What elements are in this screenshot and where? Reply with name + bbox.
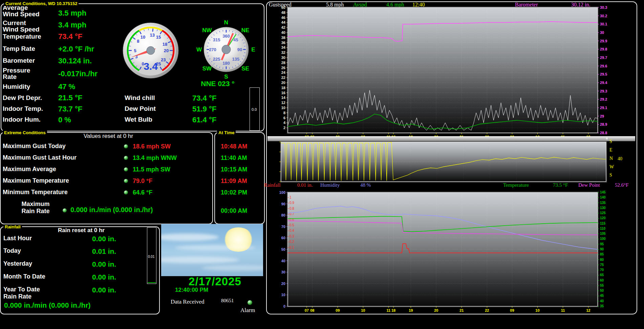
svg-text:10: 10: [361, 308, 365, 312]
extreme-row-value: 64.6 °F: [133, 189, 152, 196]
svg-text:50: 50: [281, 247, 285, 251]
svg-text:80: 80: [600, 258, 604, 262]
svg-text:11: 11: [561, 308, 565, 312]
chart-separator-scrollbar[interactable]: [267, 136, 635, 141]
svg-text:0.1: 0.1: [289, 246, 294, 249]
extreme-row-led-icon: [124, 156, 128, 160]
svg-text:10: 10: [281, 106, 285, 110]
cc-secondary-value: 51.9 °F: [192, 105, 216, 114]
cc-secondary-label: Wind chill: [125, 95, 155, 101]
svg-text:19: 19: [409, 308, 413, 312]
footer-readout-label: Temperature: [503, 182, 529, 188]
svg-text:13: 13: [150, 33, 155, 38]
cc-secondary-label: Dew Point: [125, 105, 156, 112]
at-time-value: 11:09 AM: [221, 178, 247, 185]
footer-readout-value: 0.01 in.: [297, 182, 313, 188]
rainfall-row-label: Yesterday: [3, 261, 32, 267]
footer-readout-value: 48 %: [360, 182, 371, 188]
svg-text:110: 110: [600, 227, 606, 230]
svg-text:21: 21: [459, 308, 464, 312]
svg-text:65: 65: [600, 273, 604, 277]
svg-text:60: 60: [281, 236, 285, 240]
cc-row-label: Current Wind Speed: [3, 20, 104, 33]
extreme-row-led-icon: [124, 144, 128, 148]
svg-text:55: 55: [600, 284, 604, 287]
svg-text:0.5: 0.5: [289, 223, 294, 227]
svg-text:20: 20: [164, 48, 169, 53]
svg-text:6: 6: [283, 116, 285, 120]
svg-text:09: 09: [510, 308, 514, 312]
svg-text:60: 60: [600, 279, 604, 282]
rain-reset-header: Rain reset at 0 hr: [37, 227, 125, 234]
svg-text:29.1: 29.1: [600, 106, 607, 110]
svg-text:30.3: 30.3: [600, 5, 607, 9]
svg-text:95: 95: [600, 242, 604, 246]
svg-text:0: 0: [283, 304, 285, 308]
svg-text:SE: SE: [241, 65, 249, 72]
weather-display-app: Current Conditions, WD 10.375152 0358101…: [0, 0, 644, 329]
max-rain-rate-label: Maximum Rain Rate: [10, 201, 61, 215]
footer-readout-label: Dew Point: [578, 182, 600, 188]
at-time-value: 10:15 AM: [221, 166, 247, 173]
cc-secondary-value: 73.4 °F: [192, 94, 216, 103]
wind-speed-gauge: 0358101315182023253.4: [122, 22, 179, 79]
svg-text:100: 100: [600, 237, 606, 241]
svg-text:29.6: 29.6: [600, 64, 607, 68]
rainfall-row-label: Month To Date: [3, 273, 45, 280]
wind-barometer-chart: 0708091011181920212209101112504846444240…: [266, 5, 637, 138]
extreme-reset-header: Values reset at 0 hr: [54, 133, 163, 140]
extreme-row-label: Minimum Temperature: [3, 189, 68, 196]
svg-text:30: 30: [281, 270, 285, 274]
svg-text:135: 135: [600, 201, 606, 205]
svg-text:12: 12: [281, 101, 285, 105]
svg-text:140: 140: [600, 196, 606, 199]
svg-text:38: 38: [281, 36, 285, 40]
side-bar-gauge: 0.0: [250, 87, 260, 131]
svg-text:14: 14: [281, 96, 286, 100]
svg-text:2: 2: [283, 126, 285, 130]
svg-text:48: 48: [281, 11, 285, 15]
at-time-value: 10:48 AM: [221, 143, 247, 150]
svg-text:0.4: 0.4: [289, 229, 294, 232]
svg-text:18: 18: [281, 86, 285, 90]
svg-text:315: 315: [213, 37, 220, 42]
svg-text:40: 40: [281, 259, 285, 263]
svg-text:29.8: 29.8: [600, 47, 607, 51]
cloud-icon: [161, 233, 219, 241]
strip-axis-label: S: [609, 139, 612, 144]
cc-row-value: +2.0 °F /hr: [58, 45, 94, 54]
extreme-conditions-title: Extreme Conditions: [3, 130, 47, 135]
svg-text:75: 75: [600, 263, 604, 267]
extreme-row-led-icon: [124, 179, 128, 183]
svg-text:24: 24: [281, 70, 286, 75]
svg-text:10: 10: [141, 35, 145, 40]
svg-text:28.8: 28.8: [600, 131, 607, 135]
scrollbar-knob-icon[interactable]: [606, 137, 609, 140]
rainfall-title: Rainfall: [3, 224, 22, 229]
cloud-icon: [175, 245, 256, 250]
svg-text:4: 4: [283, 121, 286, 125]
extreme-row-value: 11.5 mph SW: [133, 166, 170, 173]
alarm-label: Alarm: [240, 307, 255, 314]
svg-text:20: 20: [281, 282, 285, 286]
svg-text:105: 105: [600, 232, 606, 235]
svg-text:40: 40: [281, 30, 285, 35]
extreme-row-label: Maximum Gust Today: [3, 143, 66, 149]
footer-readout-value: 52.6°F: [615, 182, 629, 188]
max-rain-rate-value: 0.000 in./min (0.000 in./hr): [70, 206, 153, 214]
svg-text:29.2: 29.2: [600, 97, 607, 101]
cc-secondary-label: Wet Bulb: [125, 116, 152, 123]
side-bar-gauge-value: 0.0: [252, 107, 257, 111]
svg-text:45: 45: [600, 294, 604, 297]
strip-axis-label: S: [609, 172, 612, 178]
svg-text:8: 8: [283, 111, 285, 115]
rainfall-row-label: Today: [3, 248, 21, 254]
rain-bar-level: [148, 282, 156, 283]
svg-text:46: 46: [281, 16, 285, 20]
svg-text:12: 12: [586, 308, 590, 312]
rainfall-row-value: 0.00 in.: [92, 286, 116, 294]
svg-text:70: 70: [281, 225, 285, 229]
svg-text:5: 5: [134, 48, 136, 53]
svg-text:36: 36: [281, 41, 285, 45]
svg-text:130: 130: [600, 206, 606, 210]
